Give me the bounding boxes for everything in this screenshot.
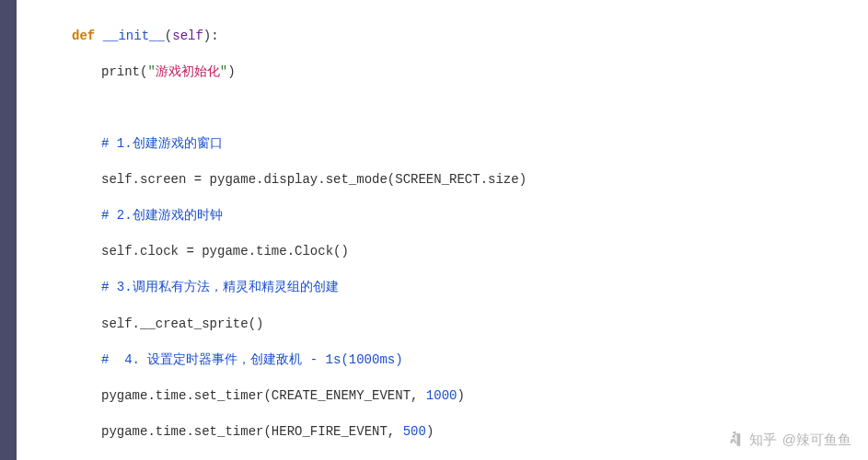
code-line: self.clock = pygame.time.Clock()	[35, 243, 868, 261]
code-comment: # 4. 设置定时器事件，创建敌机 - 1s(1000ms)	[35, 351, 868, 370]
watermark: 知乎 @辣可鱼鱼	[727, 430, 851, 449]
watermark-site: 知乎	[749, 430, 777, 449]
code-line: print("游戏初始化")	[35, 63, 868, 82]
zhihu-icon	[727, 431, 744, 448]
code-comment: # 1.创建游戏的窗口	[35, 135, 868, 154]
code-editor: def __init__(self): print("游戏初始化") # 1.创…	[0, 0, 868, 460]
keyword-def: def	[72, 29, 95, 43]
code-line: self.__creat_sprite()	[35, 316, 868, 334]
code-line: def __init__(self):	[35, 28, 868, 46]
param-self: self	[172, 29, 203, 43]
code-comment: # 2.创建游戏的时钟	[35, 207, 868, 225]
code-line: self.screen = pygame.display.set_mode(SC…	[35, 171, 868, 190]
func-name: __init__	[103, 29, 165, 43]
watermark-author: @辣可鱼鱼	[782, 430, 851, 449]
blank-line	[35, 99, 868, 117]
code-comment: # 3.调用私有方法，精灵和精灵组的创建	[35, 279, 868, 297]
code-line: pygame.time.set_timer(CREATE_ENEMY_EVENT…	[35, 387, 868, 406]
